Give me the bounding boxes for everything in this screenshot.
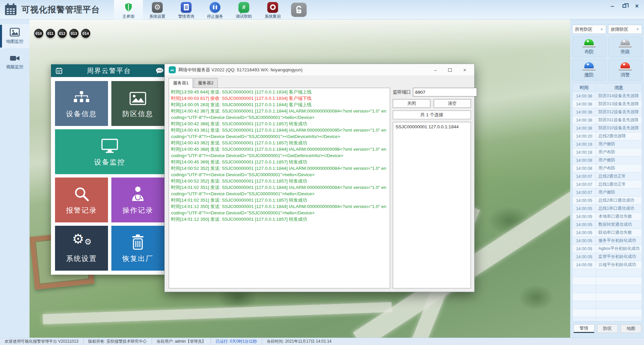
server-log-output[interactable]: 时间[13:59:45 644] 发送: SSJC00000001 [127.0… [169, 88, 390, 288]
app-brand: 可视化报警管理平台 [4, 3, 100, 16]
table-row[interactable]: 14:00:18 用户布防 [573, 148, 642, 156]
panel-bottom-tabs: 警情 防区 地图 [574, 324, 642, 333]
tile-device-info[interactable]: 设备信息 [55, 81, 108, 126]
bypass-button[interactable]: 旁路 [608, 37, 642, 57]
event-message: 防区014设备丢失故障 [596, 92, 642, 100]
connection-list-item[interactable]: SSJC00000001 127.0.0.1:1844 [394, 124, 470, 130]
clear-alarm-button[interactable]: 消警 [608, 60, 642, 80]
sidebar-item-video-monitor[interactable]: 视频监控 [0, 50, 30, 74]
table-row[interactable]: 14:00:07 总线1通信正常 [573, 181, 642, 189]
table-row[interactable]: 14:00:05 Agbox平台初始化成功 [573, 245, 642, 253]
disarm-button[interactable]: 撤防 [572, 60, 606, 80]
chat-dots-icon[interactable] [156, 68, 164, 74]
tab-server2[interactable]: 服务器2 [194, 78, 218, 88]
close-server-button[interactable]: 关闭 [393, 99, 430, 108]
event-message: 防区012设备丢失故障 [596, 108, 642, 116]
event-message: 总线2通信故障 [596, 132, 642, 140]
log-line: 时间[14:00:03 817] 接收: SSJC00000001 [127.0… [171, 95, 388, 101]
tab-alarms[interactable]: 警情 [574, 324, 594, 333]
table-row[interactable]: 14:00:07 总线2通信正常 [573, 172, 642, 181]
table-row[interactable]: 14:00:05 总线1串口通信成功 [573, 205, 642, 213]
table-row[interactable]: 14:00:19 用户撤防 [573, 140, 642, 148]
window-close-button[interactable]: × [635, 3, 639, 9]
zone-marker[interactable]: 011 [46, 29, 55, 38]
clear-log-button[interactable]: 清空 [434, 99, 471, 108]
action-label: 撤防 [584, 72, 594, 78]
toolbar-item-system-restart[interactable]: 系统重启 [258, 0, 287, 19]
event-message: 总线1串口通信成功 [596, 205, 642, 212]
event-time: 14:00:05 [573, 261, 596, 269]
toolbar-item-system-settings[interactable]: ⚙ 系统设置 [143, 0, 172, 19]
tab-map[interactable]: 地图 [621, 324, 641, 333]
log-line: 时间[14:01:02 351] 发送: SSJC00000001 [127.0… [171, 184, 388, 197]
tile-factory-reset[interactable]: 恢复出厂 [111, 226, 164, 271]
table-row[interactable]: 14:00:38 防区013设备丢失故障 [573, 100, 642, 108]
tab-zones[interactable]: 防区 [597, 324, 618, 333]
tile-alarm-records[interactable]: 报警记录 [55, 178, 108, 222]
toolbar-item-home[interactable]: 主界面 [114, 0, 143, 19]
tile-zone-info[interactable]: 防区信息 [111, 81, 164, 126]
zone-marker[interactable]: 014 [81, 29, 90, 38]
table-row[interactable]: 14:00:38 防区010设备丢失故障 [573, 124, 642, 132]
window-restore-button[interactable] [623, 4, 626, 8]
launcher-panel: 周界云警平台 设备信息 [51, 64, 168, 275]
event-time: 14:00:05 [573, 197, 596, 204]
status-segment: 当前用户: admin【管理员】 [152, 339, 211, 344]
event-message: 用户撤防 [596, 189, 642, 196]
tile-device-monitor[interactable]: 设备监控 [55, 129, 164, 174]
toolbar-item-label: 警情查询 [178, 14, 194, 19]
log-line: 时间[14:00:52 352] 发送: SSJC00000001 [127.0… [171, 165, 388, 178]
tile-system-settings[interactable]: ⚙⚙ 系统设置 [55, 226, 108, 271]
sitemap-icon [73, 88, 90, 105]
table-row[interactable]: 14:00:05 云端平台初始化成功 [573, 261, 642, 269]
table-row[interactable]: 14:00:05 联动串口通信失败 [573, 229, 642, 237]
arm-button[interactable]: 布防 [572, 37, 606, 57]
table-row[interactable]: 14:00:38 防区012设备丢失故障 [573, 108, 642, 116]
table-row[interactable]: 14:00:20 总线2通信故障 [573, 132, 642, 140]
tab-server1[interactable]: 服务器1 [169, 78, 193, 88]
event-message: 服务平台初始化成功 [596, 237, 642, 245]
window-minimize-button[interactable]: – [610, 3, 614, 9]
zone-marker[interactable]: 013 [69, 29, 78, 38]
table-row[interactable]: 14:00:05 监管平台初始化成功 [573, 253, 642, 261]
window-controls: – × [610, 3, 639, 9]
table-row[interactable]: 14:00:38 防区014设备丢失故障 [573, 92, 642, 100]
table-row[interactable]: 14:00:08 用户撤防 [573, 156, 642, 164]
table-row[interactable]: 14:00:05 总线2串口通信成功 [573, 197, 642, 205]
table-row[interactable]: 14:00:05 本地串口通信失败 [573, 213, 642, 221]
event-message: 防区011设备丢失故障 [596, 116, 642, 124]
connection-list[interactable]: SSJC00000001 127.0.0.1:1844 [393, 122, 471, 288]
event-message: 本地串口通信失败 [596, 213, 642, 220]
event-table-empty-rows [573, 269, 642, 321]
tile-operation-records[interactable]: 操作记录 [111, 178, 164, 222]
event-time: 14:00:08 [573, 164, 596, 172]
monitor-icon [101, 137, 118, 153]
table-row[interactable]: 14:00:07 用户撤防 [573, 189, 642, 197]
fault-zones-select[interactable]: 故障防区 ▼ [608, 25, 642, 34]
toolbar-item-lock[interactable] [287, 0, 311, 19]
sidebar-item-map-monitor[interactable]: 地图监控 [0, 24, 30, 48]
zone-marker[interactable]: 012 [58, 29, 67, 38]
toolbar-item-debug-help[interactable]: # 调试帮助 [229, 0, 258, 19]
dialog-titlebar[interactable]: ∞ 网络中转服务器 V2022 (QQ: 517216493 WX: feiya… [165, 64, 474, 76]
table-row[interactable]: 14:00:08 用户布防 [573, 164, 642, 172]
event-time: 14:00:05 [573, 253, 596, 261]
event-message: 用户布防 [596, 148, 642, 156]
table-row[interactable]: 14:00:05 服务平台初始化成功 [573, 237, 642, 245]
dialog-minimize-button[interactable]: – [434, 67, 437, 73]
event-time: 14:00:08 [573, 156, 596, 164]
column-header-message: 消息 [596, 83, 642, 92]
all-zones-select[interactable]: 所有防区 ▼ [572, 25, 606, 34]
sidebar-item-label: 视频监控 [6, 64, 23, 70]
table-row[interactable]: 14:00:05 数据转发通信成功 [573, 221, 642, 229]
toolbar-item-alarm-query[interactable]: 警情查询 [172, 0, 201, 19]
event-time: 14:00:38 [573, 116, 596, 124]
log-line: 时间[14:00:45 368] 发送: SSJC00000001 [127.0… [171, 146, 388, 159]
dialog-close-button[interactable]: × [463, 67, 466, 73]
chevron-down-icon: ▼ [600, 27, 603, 31]
dialog-maximize-button[interactable] [448, 68, 452, 72]
table-row[interactable]: 14:00:38 防区011设备丢失故障 [573, 116, 642, 124]
toolbar-item-stop-service[interactable]: 停止服务 [201, 0, 229, 19]
listen-port-input[interactable] [413, 88, 477, 96]
zone-marker[interactable]: 010 [34, 29, 43, 38]
